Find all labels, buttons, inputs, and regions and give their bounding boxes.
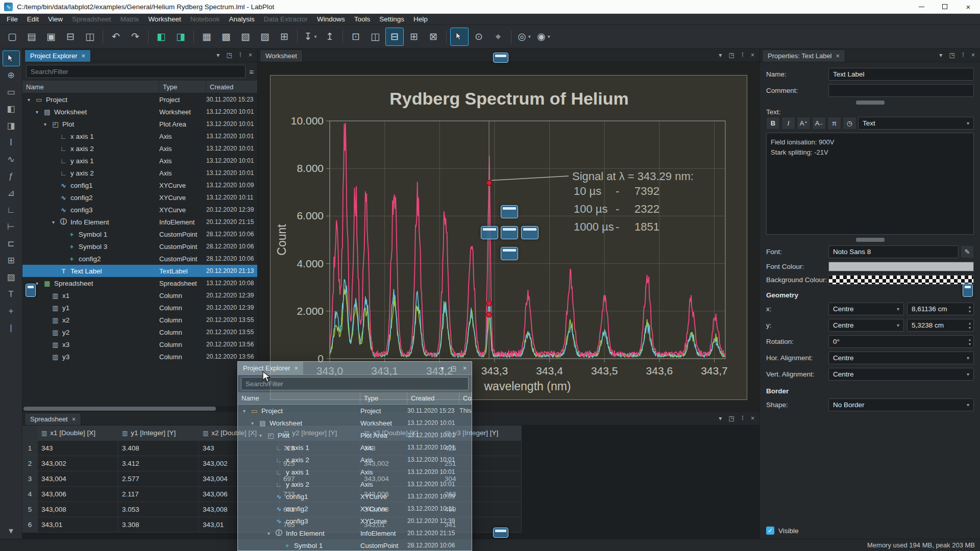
add-formula-curve-tool[interactable]: ƒ [3,168,20,184]
float-icon[interactable]: ◳ [226,52,232,59]
tree-row-info-element[interactable]: ▾ⓘInfo ElementInfoElement20.12.2020 21:1… [22,216,257,228]
add-horizontal-axis-tool[interactable]: ∟ [3,202,20,218]
symbols-button[interactable]: π [827,117,841,130]
y-offset-spinbox[interactable]: 5,3238 cm▴▾ [907,319,974,332]
add-image-tool[interactable]: ▨ [3,269,20,285]
text-editor[interactable]: Field ionisation: 900V Stark splitting: … [766,133,974,235]
menu-file[interactable]: File [2,14,22,24]
vert-alignment-combo[interactable]: Centre▾ [828,368,974,381]
row-number[interactable]: 5 [22,502,38,517]
new-worksheet-button[interactable]: ▧ [236,28,255,46]
add-custom-point-tool[interactable]: + [3,303,20,319]
undo-button[interactable]: ↶ [107,28,125,46]
open-project-button[interactable]: ▤ [22,28,41,46]
menu-edit[interactable]: Edit [22,14,43,24]
tab-properties[interactable]: Properties: Text Label × [762,49,845,62]
sheet-cell[interactable]: 343,006 [38,487,118,502]
sheet-column-header-y1[interactable]: ▥y1 [Integer] [Y] [118,425,199,441]
close-icon[interactable]: × [751,52,754,59]
tree-row-config2[interactable]: ∿config2XYCurve13.12.2020 10:11 [238,503,472,515]
tree-row-x-axis-1[interactable]: ∟x axis 1Axis13.12.2020 10:01 [238,441,472,454]
custom-point[interactable] [486,301,492,306]
tree-row-x-axis-2[interactable]: ∟x axis 2Axis13.12.2020 10:01 [238,454,472,466]
add-reference-line-tool[interactable]: | [3,320,20,336]
close-icon[interactable]: × [81,52,85,60]
sheet-cell[interactable]: 343,002 [38,456,118,471]
sheet-cell[interactable]: 3.408 [118,441,199,456]
new-note-button[interactable]: ▨ [256,28,274,46]
zoom-x-selection-tool[interactable]: ◧ [3,101,20,117]
pin-icon[interactable]: ⊺ [741,415,744,422]
close-icon[interactable]: × [72,415,76,423]
vertical-layout-button[interactable]: ◫ [366,28,384,46]
tree-row-x-axis-1[interactable]: ∟x axis 1Axis13.12.2020 10:01 [22,130,257,142]
tree-row-project[interactable]: ▾▭ProjectProject30.11.2020 15:23This pro… [238,405,472,417]
italic-button[interactable]: I [781,117,795,130]
add-vertical-axis-tool[interactable]: ⊢ [3,219,20,235]
new-datasource-button[interactable]: ⊞ [275,28,293,46]
tree-row-config1[interactable]: ∿config1XYCurve13.12.2020 10:09 [22,179,257,191]
x-anchor-combo[interactable]: Centre▾ [828,303,904,315]
tree-row-spreadsheet[interactable]: ▾▦SpreadsheetSpreadsheet13.12.2020 10:08 [22,277,257,289]
pointer-tool[interactable] [3,51,20,66]
tree-row-symbol-3[interactable]: +Symbol 3CustomPoint28.12.2020 10:06 [22,240,257,253]
chevron-down-icon[interactable]: ▾ [719,415,722,422]
menu-help[interactable]: Help [409,14,432,24]
pointer-mode-button[interactable] [450,28,469,46]
select-all-button[interactable]: ⊡ [347,28,365,46]
pin-icon[interactable]: ⊺ [962,52,965,59]
column-header-created[interactable]: Created [407,392,459,404]
add-histogram-tool[interactable]: ⊿ [3,185,20,201]
splitter-grip[interactable] [856,101,885,105]
subscript-button[interactable]: A₋ [812,117,826,130]
crosshair-mode-button[interactable]: ⊙ [470,28,488,46]
bold-button[interactable]: B [766,117,780,130]
close-icon[interactable]: × [463,365,467,372]
tab-project-explorer[interactable]: Project Explorer × [24,49,91,62]
new-workbook-button[interactable]: ◨ [172,28,190,46]
new-folder-button[interactable]: ◧ [152,28,170,46]
pin-icon[interactable]: ⊺ [239,52,242,59]
sheet-cell[interactable]: 343,01 [38,517,118,533]
menu-matrix[interactable]: Matrix [116,14,144,24]
tree-row-y2[interactable]: ▥y2Column20.12.2020 13:55integer da... [22,326,257,338]
float-icon[interactable]: ◳ [949,52,954,59]
tree-row-worksheet[interactable]: ▾▤WorksheetWorksheet13.12.2020 10:01 [238,417,472,429]
splitter-grip[interactable] [856,238,885,242]
text-mode-combo[interactable]: Text▾ [858,117,974,130]
close-icon[interactable]: × [294,364,298,372]
grid-layout-button[interactable]: ⊞ [405,28,423,46]
tree-row-y1[interactable]: ▥y1Column20.12.2020 12:39integer da... [22,302,257,314]
close-icon[interactable]: × [971,52,975,59]
tree-row-x-axis-2[interactable]: ∟x axis 2Axis13.12.2020 10:01 [22,142,257,155]
sheet-cell[interactable]: 3.308 [118,517,199,533]
sheet-cell[interactable]: 3.053 [118,502,199,517]
tree-row-symbol-1[interactable]: +Symbol 1CustomPoint28.12.2020 10:06 [22,228,257,240]
custom-point[interactable] [486,181,492,186]
column-header-comment[interactable]: Comment [459,392,472,404]
search-input[interactable]: Search/Filter [26,65,246,78]
close-icon[interactable]: × [836,52,840,60]
new-matrix-button[interactable]: ▩ [217,28,235,46]
close-button[interactable]: × [957,0,980,13]
tree-row-info-element[interactable]: ▾ⓘInfo ElementInfoElement20.12.2020 21:1… [238,527,472,539]
tree-row-x3[interactable]: ▥x3Column20.12.2020 13:56numerical [22,338,257,350]
font-field[interactable]: Noto Sans 8 [828,245,959,258]
pin-icon[interactable]: ⊺ [741,52,744,59]
filter-options-icon[interactable]: ≡ [249,67,254,76]
sheet-cell[interactable]: 343,004 [38,471,118,487]
chevron-down-icon[interactable]: ▾ [939,52,942,59]
tree-row-y-axis-1[interactable]: ∟y axis 1Axis13.12.2020 10:01 [22,155,257,167]
chevron-down-icon[interactable]: ▾ [216,52,219,59]
tree-row-config1[interactable]: ∿config1XYCurve13.12.2020 10:09 [238,490,472,503]
font-picker-icon[interactable]: ✎ [961,245,974,258]
menu-analysis[interactable]: Analysis [224,14,259,24]
column-header-name[interactable]: Name [238,392,360,404]
hor-alignment-combo[interactable]: Centre▾ [828,352,974,364]
sheet-cell[interactable]: 3.412 [118,456,199,471]
add-text-label-tool[interactable]: T [3,286,20,302]
cursor-line-tool[interactable]: Ⅰ [3,135,20,151]
menu-windows[interactable]: Windows [312,14,350,24]
tree-row-text-label[interactable]: TText LabelTextLabel20.12.2020 21:13 [22,265,257,277]
select-region-tool[interactable]: ▭ [3,84,20,100]
